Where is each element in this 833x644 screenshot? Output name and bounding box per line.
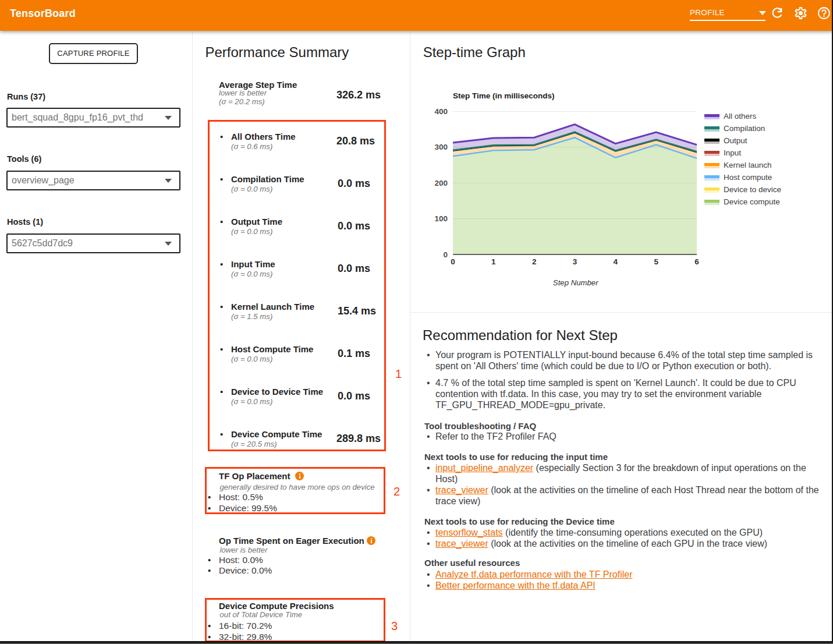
svg-text:400: 400 (434, 107, 448, 116)
svg-text:5: 5 (654, 257, 658, 266)
svg-text:4: 4 (614, 257, 618, 266)
svg-text:1: 1 (491, 257, 496, 266)
svg-text:100: 100 (434, 214, 448, 223)
svg-text:200: 200 (434, 179, 448, 187)
svg-text:0: 0 (451, 257, 455, 266)
svg-text:3: 3 (573, 257, 577, 266)
svg-text:2: 2 (532, 257, 537, 266)
svg-text:Step Time (in milliseconds): Step Time (in milliseconds) (453, 91, 555, 100)
svg-text:Step Number: Step Number (553, 278, 598, 287)
svg-text:0: 0 (443, 250, 448, 259)
svg-text:300: 300 (434, 143, 448, 151)
svg-text:6: 6 (694, 257, 699, 266)
